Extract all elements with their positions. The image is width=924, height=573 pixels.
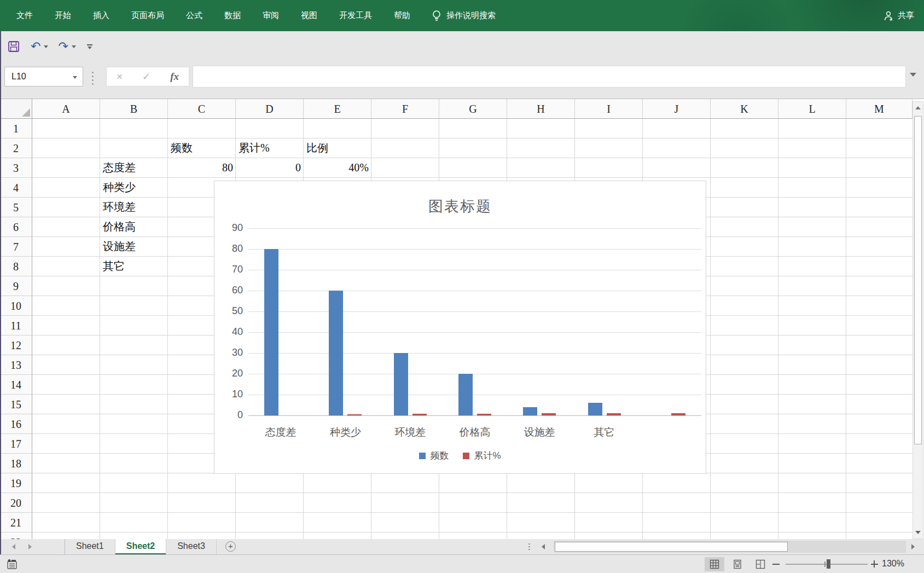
formula-input[interactable]	[193, 66, 906, 88]
name-box[interactable]: L10	[4, 67, 83, 86]
row-header-11[interactable]: 11	[0, 316, 32, 335]
column-header-M[interactable]: M	[846, 99, 913, 119]
customize-qat-button[interactable]	[87, 38, 92, 55]
macro-record-button[interactable]	[7, 559, 18, 572]
row-header-9[interactable]: 9	[0, 276, 32, 296]
column-header-C[interactable]: C	[168, 99, 236, 119]
column-header-A[interactable]: A	[32, 99, 100, 119]
chart-y-label: 30	[214, 347, 243, 358]
row-header-14[interactable]: 14	[0, 375, 32, 395]
column-header-G[interactable]: G	[439, 99, 507, 119]
cell-B8[interactable]: 其它	[100, 257, 168, 276]
page-break-view-button[interactable]	[751, 557, 770, 571]
zoom-level[interactable]: 130%	[882, 559, 916, 569]
ribbon-tab-developer[interactable]: 开发工具	[339, 10, 372, 21]
sheet-tab-sheet2[interactable]: Sheet2	[115, 539, 166, 554]
column-header-I[interactable]: I	[575, 99, 643, 119]
share-button[interactable]: 共享	[884, 0, 914, 31]
row-header-8[interactable]: 8	[0, 257, 32, 276]
save-icon	[8, 40, 20, 53]
scroll-up-icon[interactable]	[915, 106, 921, 109]
ribbon-tab-help[interactable]: 帮助	[394, 10, 410, 21]
cell-E2[interactable]: 比例	[304, 138, 371, 158]
ribbon-tab-page-layout[interactable]: 页面布局	[131, 10, 164, 21]
row-header-16[interactable]: 16	[0, 414, 32, 434]
row-header-1[interactable]: 1	[0, 119, 32, 138]
row-header-19[interactable]: 19	[0, 473, 32, 493]
cancel-icon[interactable]: ×	[117, 71, 123, 83]
row-header-21[interactable]: 21	[0, 513, 32, 533]
hscroll-right-icon[interactable]	[911, 544, 915, 549]
row-header-3[interactable]: 3	[0, 158, 32, 178]
cell-B6[interactable]: 价格高	[100, 217, 168, 237]
column-header-H[interactable]: H	[507, 99, 575, 119]
cell-B7[interactable]: 设施差	[100, 237, 168, 257]
cell-B5[interactable]: 环境差	[100, 198, 168, 217]
formula-bar-expand-icon[interactable]	[910, 73, 916, 77]
save-button[interactable]	[8, 38, 20, 55]
tab-scroll-left-icon[interactable]	[12, 544, 15, 549]
horizontal-scrollbar-thumb[interactable]	[555, 542, 788, 552]
cell-D2[interactable]: 累计%	[236, 138, 304, 158]
cell-B3[interactable]: 态度差	[100, 158, 168, 178]
vertical-scrollbar[interactable]	[913, 101, 923, 539]
cell-E3[interactable]: 40%	[304, 158, 371, 178]
row-header-17[interactable]: 17	[0, 434, 32, 454]
formula-bar-splitter[interactable]	[92, 72, 94, 88]
ribbon-tab-data[interactable]: 数据	[224, 10, 241, 21]
insert-function-icon[interactable]: fx	[170, 71, 179, 83]
undo-button[interactable]: ↶	[31, 38, 40, 55]
row-header-18[interactable]: 18	[0, 454, 32, 473]
tab-scroll-right-icon[interactable]	[28, 544, 32, 549]
redo-button[interactable]: ↷	[58, 38, 68, 55]
zoom-slider-thumb[interactable]	[827, 559, 830, 569]
row-header-15[interactable]: 15	[0, 395, 32, 414]
sheet-tab-sheet1[interactable]: Sheet1	[65, 539, 115, 554]
column-header-K[interactable]: K	[711, 99, 778, 119]
add-sheet-button[interactable]: +	[225, 541, 236, 552]
formula-bar-row: L10 × ✓ fx	[0, 62, 924, 99]
column-header-B[interactable]: B	[100, 99, 168, 119]
hscroll-left-icon[interactable]	[542, 544, 545, 549]
vertical-scrollbar-thumb[interactable]	[914, 116, 922, 444]
row-header-12[interactable]: 12	[0, 335, 32, 355]
redo-dropdown[interactable]	[72, 38, 76, 55]
ribbon-tab-file[interactable]: 文件	[16, 10, 33, 21]
row-header-5[interactable]: 5	[0, 198, 32, 217]
column-header-L[interactable]: L	[778, 99, 846, 119]
cell-B4[interactable]: 种类少	[100, 178, 168, 198]
row-header-20[interactable]: 20	[0, 493, 32, 513]
ribbon-tab-review[interactable]: 审阅	[263, 10, 279, 21]
column-header-E[interactable]: E	[304, 99, 371, 119]
row-header-10[interactable]: 10	[0, 296, 32, 316]
ribbon-tab-formulas[interactable]: 公式	[186, 10, 202, 21]
column-header-F[interactable]: F	[371, 99, 439, 119]
zoom-out-icon[interactable]	[772, 564, 780, 565]
ribbon-tab-view[interactable]: 视图	[301, 10, 317, 21]
sheet-tab-sheet3[interactable]: Sheet3	[166, 539, 217, 554]
select-all-corner[interactable]	[0, 99, 32, 119]
tab-splitter-handle[interactable]	[528, 543, 530, 551]
column-header-J[interactable]: J	[643, 99, 711, 119]
row-header-7[interactable]: 7	[0, 237, 32, 257]
normal-view-button[interactable]	[705, 557, 724, 571]
row-header-4[interactable]: 4	[0, 178, 32, 198]
cell-C2[interactable]: 频数	[168, 138, 236, 158]
name-box-dropdown-icon[interactable]	[73, 76, 77, 79]
cell-C3[interactable]: 80	[168, 158, 236, 178]
ribbon-tab-insert[interactable]: 插入	[93, 10, 109, 21]
chart-object[interactable]: 图表标题 9080706050403020100态度差种类少环境差价格高设施差其…	[214, 181, 706, 474]
tell-me-search[interactable]: 操作说明搜索	[432, 10, 496, 22]
row-header-6[interactable]: 6	[0, 217, 32, 237]
cell-D3[interactable]: 0	[236, 158, 304, 178]
row-header-2[interactable]: 2	[0, 138, 32, 158]
row-header-22[interactable]: 22	[0, 533, 32, 539]
column-header-D[interactable]: D	[236, 99, 304, 119]
horizontal-scrollbar[interactable]	[554, 541, 906, 553]
scroll-down-icon[interactable]	[915, 531, 921, 534]
ribbon-tab-home[interactable]: 开始	[55, 10, 71, 21]
row-header-13[interactable]: 13	[0, 355, 32, 375]
page-layout-view-button[interactable]	[728, 557, 747, 571]
enter-icon[interactable]: ✓	[142, 71, 150, 83]
undo-dropdown[interactable]	[44, 38, 48, 55]
